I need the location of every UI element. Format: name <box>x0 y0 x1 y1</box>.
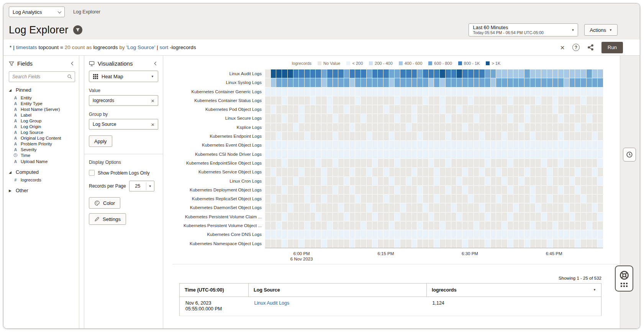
heatmap-cell[interactable] <box>338 186 344 194</box>
heatmap-cell[interactable] <box>485 203 490 212</box>
heatmap-cell[interactable] <box>350 159 355 167</box>
heatmap-cell[interactable] <box>423 132 428 140</box>
heatmap-cell[interactable] <box>581 96 586 105</box>
column-header-logrecords[interactable]: logrecords▼ <box>427 283 601 297</box>
heatmap-cell[interactable] <box>316 69 321 78</box>
heatmap-cell[interactable] <box>547 132 552 140</box>
heatmap-cell[interactable] <box>350 105 355 114</box>
heatmap-cell[interactable] <box>530 114 536 122</box>
heatmap-cell[interactable] <box>575 69 580 78</box>
heatmap-cell[interactable] <box>299 195 304 203</box>
heatmap-cell[interactable] <box>502 105 507 114</box>
heatmap-cell[interactable] <box>383 239 389 248</box>
heatmap-cell[interactable] <box>372 78 378 87</box>
heatmap-cell[interactable] <box>367 87 372 96</box>
heatmap-cell[interactable] <box>541 123 547 132</box>
heatmap-cell[interactable] <box>282 177 287 185</box>
heatmap-cell[interactable] <box>457 114 462 122</box>
heatmap-cell[interactable] <box>282 78 287 87</box>
heatmap-cell[interactable] <box>276 186 282 194</box>
heatmap-cell[interactable] <box>367 221 372 230</box>
heatmap-cell[interactable] <box>479 203 485 212</box>
heatmap-cell[interactable] <box>587 141 592 149</box>
heatmap-cell[interactable] <box>316 150 321 158</box>
heatmap-cell[interactable] <box>395 150 400 158</box>
heatmap-cell[interactable] <box>524 132 530 140</box>
heatmap-cell[interactable] <box>305 203 310 212</box>
heatmap-cell[interactable] <box>305 186 310 194</box>
heatmap-cell[interactable] <box>485 78 490 87</box>
heatmap-cell[interactable] <box>570 195 575 203</box>
heatmap-cell[interactable] <box>491 87 496 96</box>
heatmap-cell[interactable] <box>350 195 355 203</box>
heatmap-cell[interactable] <box>530 230 536 239</box>
heatmap-cell[interactable] <box>508 96 513 105</box>
heatmap-cell[interactable] <box>305 123 310 132</box>
heatmap-cell[interactable] <box>372 123 378 132</box>
heatmap-cell[interactable] <box>598 186 603 194</box>
heatmap-cell[interactable] <box>350 230 355 239</box>
heatmap-cell[interactable] <box>519 150 524 158</box>
heatmap-cell[interactable] <box>271 221 276 230</box>
heatmap-cell[interactable] <box>395 186 400 194</box>
heatmap-cell[interactable] <box>553 96 558 105</box>
heatmap-cell[interactable] <box>474 78 479 87</box>
heatmap-cell[interactable] <box>468 159 474 167</box>
heatmap-cell[interactable] <box>400 105 406 114</box>
heatmap-cell[interactable] <box>423 213 428 221</box>
heatmap-cell[interactable] <box>474 87 479 96</box>
heatmap-cell[interactable] <box>581 239 586 248</box>
heatmap-cell[interactable] <box>271 150 276 158</box>
heatmap-cell[interactable] <box>361 141 366 149</box>
heatmap-cell[interactable] <box>598 123 603 132</box>
heatmap-cell[interactable] <box>327 141 333 149</box>
heatmap-cell[interactable] <box>513 230 519 239</box>
heatmap-cell[interactable] <box>429 150 434 158</box>
field-item[interactable]: AUpload Name <box>9 158 75 164</box>
heatmap-cell[interactable] <box>581 69 586 78</box>
heatmap-cell[interactable] <box>564 213 569 221</box>
heatmap-cell[interactable] <box>592 87 598 96</box>
heatmap-cell[interactable] <box>293 213 299 221</box>
heatmap-cell[interactable] <box>479 87 485 96</box>
heatmap-cell[interactable] <box>395 96 400 105</box>
heatmap-cell[interactable] <box>293 87 299 96</box>
heatmap-cell[interactable] <box>508 168 513 176</box>
heatmap-cell[interactable] <box>265 78 270 87</box>
heatmap-cell[interactable] <box>598 78 603 87</box>
heatmap-cell[interactable] <box>570 150 575 158</box>
heatmap-cell[interactable] <box>553 213 558 221</box>
heatmap-cell[interactable] <box>321 69 327 78</box>
heatmap-cell[interactable] <box>564 105 569 114</box>
heatmap-cell[interactable] <box>316 230 321 239</box>
heatmap-cell[interactable] <box>406 168 411 176</box>
heatmap-cell[interactable] <box>417 87 423 96</box>
heatmap-cell[interactable] <box>400 239 406 248</box>
heatmap-cell[interactable] <box>310 123 316 132</box>
heatmap-cell[interactable] <box>338 195 344 203</box>
heatmap-cell[interactable] <box>321 230 327 239</box>
heatmap-cell[interactable] <box>587 195 592 203</box>
heatmap-cell[interactable] <box>434 177 439 185</box>
heatmap-cell[interactable] <box>519 213 524 221</box>
heatmap-cell[interactable] <box>558 132 564 140</box>
heatmap-cell[interactable] <box>288 78 293 87</box>
heatmap-cell[interactable] <box>536 141 541 149</box>
heatmap-cell[interactable] <box>372 132 378 140</box>
heatmap-cell[interactable] <box>327 221 333 230</box>
heatmap-cell[interactable] <box>502 213 507 221</box>
heatmap-cell[interactable] <box>378 87 383 96</box>
heatmap-cell[interactable] <box>338 96 344 105</box>
heatmap-cell[interactable] <box>350 150 355 158</box>
heatmap-cell[interactable] <box>508 132 513 140</box>
heatmap-cell[interactable] <box>389 195 395 203</box>
heatmap-cell[interactable] <box>417 230 423 239</box>
heatmap-cell[interactable] <box>344 141 349 149</box>
heatmap-cell[interactable] <box>440 150 445 158</box>
heatmap-cell[interactable] <box>434 87 439 96</box>
heatmap-cell[interactable] <box>541 87 547 96</box>
heatmap-cell[interactable] <box>491 177 496 185</box>
heatmap-cell[interactable] <box>333 69 338 78</box>
heatmap-cell[interactable] <box>558 150 564 158</box>
heatmap-cell[interactable] <box>406 96 411 105</box>
